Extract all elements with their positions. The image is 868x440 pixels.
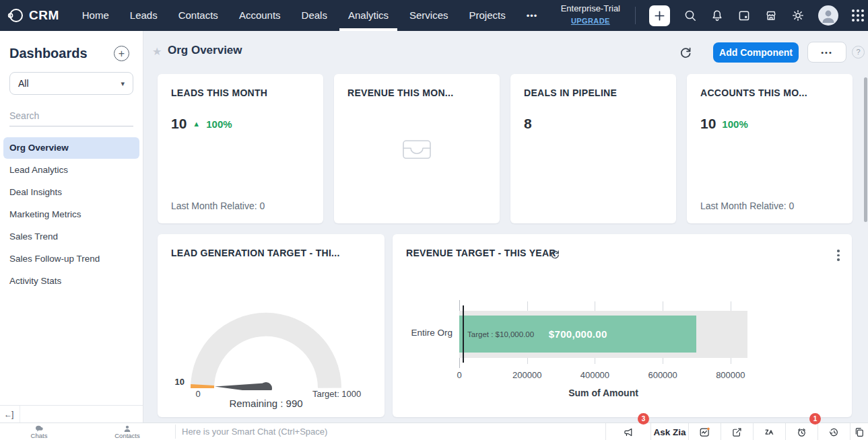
- dashboard-list: Org Overview Lead Analytics Deal Insight…: [0, 137, 143, 292]
- kpi-delta: 100%: [722, 118, 747, 130]
- sidebar-footer-divider: [20, 406, 20, 423]
- sidebar-item-activity-stats[interactable]: Activity Stats: [3, 270, 139, 292]
- sidebar-item-sales-trend[interactable]: Sales Trend: [3, 226, 139, 248]
- plan-name: Enterprise-Trial: [561, 4, 620, 14]
- vertical-scrollbar[interactable]: [864, 77, 867, 222]
- chat-bubble-icon: [35, 425, 43, 432]
- nav-item-accounts[interactable]: Accounts: [239, 0, 281, 31]
- zia-sketch-button[interactable]: [753, 423, 785, 440]
- bar-plot-area: $700,000.00 Target : $10,000.00: [459, 311, 747, 358]
- kpi-footer: Last Month Relative: 0: [700, 200, 794, 211]
- settings-gear-icon[interactable]: [791, 9, 805, 22]
- navbar-left: CRM Home Leads Contacts Accounts Deals A…: [0, 0, 537, 31]
- kpi-value: 10: [700, 116, 716, 132]
- marketplace-store-icon[interactable]: [764, 9, 778, 22]
- x-axis-title: Sum of Amount: [459, 388, 747, 398]
- sidebar-title: Dashboards: [9, 46, 88, 61]
- chevron-down-icon: ▾: [121, 79, 125, 88]
- person-icon: [818, 5, 838, 26]
- dashboard-filter-select[interactable]: All ▾: [9, 72, 133, 95]
- quick-create-button[interactable]: [649, 5, 670, 26]
- recent-items-button[interactable]: [817, 423, 850, 440]
- nav-item-home[interactable]: Home: [82, 0, 109, 31]
- kebab-menu-icon[interactable]: [837, 250, 840, 263]
- sidebar-item-deal-insights[interactable]: Deal Insights: [3, 182, 139, 203]
- sidebar-item-org-overview[interactable]: Org Overview: [3, 137, 139, 159]
- navbar-right: Enterprise-Trial UPGRADE: [561, 0, 864, 31]
- reminders-count-badge: 1: [809, 413, 821, 425]
- contacts-label: Contacts: [114, 432, 140, 439]
- zoho-logo-icon[interactable]: [7, 7, 24, 24]
- nav-more-icon[interactable]: •••: [527, 11, 538, 21]
- search-input[interactable]: [9, 107, 133, 126]
- page-title: Org Overview: [168, 44, 242, 57]
- notifications-bell-icon[interactable]: [710, 9, 724, 22]
- bar-chart-title: REVENUE TARGET - THIS YEAR: [406, 248, 556, 258]
- kpi-value: 8: [524, 116, 532, 132]
- sidebar-item-marketing-metrics[interactable]: Marketing Metrics: [3, 204, 139, 225]
- refresh-component-icon[interactable]: [549, 249, 560, 260]
- kpi-footer: Last Month Relative: 0: [171, 200, 265, 211]
- kpi-card-deals-in-pipeline[interactable]: DEALS IN PIPELINE 8: [510, 74, 676, 223]
- dashboards-sidebar: Dashboards + All ▾ Org Overview Lead Ana…: [0, 31, 143, 423]
- kpi-card-title: LEADS THIS MONTH: [171, 87, 312, 98]
- filter-selected-value: All: [18, 78, 121, 89]
- kpi-card-revenue-this-month[interactable]: REVENUE THIS MON...: [334, 74, 500, 223]
- bottombar-divider: [175, 425, 176, 439]
- user-avatar[interactable]: [818, 5, 838, 26]
- calendar-icon[interactable]: [737, 9, 751, 22]
- nav-item-analytics[interactable]: Analytics: [348, 0, 389, 31]
- main-nav: Home Leads Contacts Accounts Deals Analy…: [82, 0, 538, 31]
- nav-item-deals[interactable]: Deals: [302, 0, 327, 31]
- copy-clipboard-button[interactable]: [850, 423, 868, 440]
- ask-zia-button[interactable]: Ask Zia: [650, 423, 688, 440]
- favorite-star-icon[interactable]: ★: [152, 45, 162, 58]
- kpi-card-leads-this-month[interactable]: LEADS THIS MONTH 10 ▲ 100% Last Month Re…: [158, 74, 323, 223]
- gauge-chart: [160, 289, 382, 390]
- refresh-dashboard-icon[interactable]: [679, 46, 692, 59]
- empty-state-inbox-icon: [401, 139, 432, 160]
- revenue-target-card[interactable]: REVENUE TARGET - THIS YEAR Entire Org $7…: [393, 234, 852, 417]
- sidebar-item-sales-follow-up-trend[interactable]: Sales Follow-up Trend: [3, 248, 139, 270]
- bar-value-label: $700,000.00: [549, 328, 607, 340]
- kpi-card-accounts-this-month[interactable]: ACCOUNTS THIS MO... 10 100% Last Month R…: [687, 74, 853, 223]
- add-dashboard-button[interactable]: +: [114, 46, 129, 61]
- gauge-remaining-label: Remaining : 990: [199, 398, 333, 409]
- pulse-chart-icon: [699, 427, 710, 438]
- brand-name: CRM: [29, 8, 59, 23]
- zia-sketch-icon: [764, 427, 775, 438]
- zia-insights-button[interactable]: [688, 423, 721, 440]
- nav-item-contacts[interactable]: Contacts: [178, 0, 218, 31]
- notes-button[interactable]: [721, 423, 753, 440]
- add-component-button[interactable]: Add Component: [713, 42, 799, 63]
- dashboard-main: ★ Org Overview Add Component ••• ? LEADS…: [143, 31, 868, 423]
- chats-button[interactable]: Chats: [24, 423, 54, 440]
- contacts-button[interactable]: Contacts: [110, 423, 144, 440]
- help-icon[interactable]: ?: [852, 46, 865, 59]
- sidebar-footer: ←]: [0, 405, 143, 423]
- reminders-button[interactable]: [785, 423, 817, 440]
- announcements-button[interactable]: [605, 423, 650, 440]
- plus-icon: [654, 10, 665, 22]
- gauge-value-label: 10: [167, 377, 185, 387]
- search-icon[interactable]: [683, 9, 697, 22]
- apps-grid-icon[interactable]: [852, 9, 864, 22]
- person-icon: [123, 425, 131, 432]
- sidebar-item-lead-analytics[interactable]: Lead Analytics: [3, 159, 139, 181]
- lead-generation-target-card[interactable]: LEAD GENERATION TARGET - THI... 10 0 Tar…: [158, 234, 385, 417]
- collapse-sidebar-icon[interactable]: ←]: [0, 410, 17, 419]
- kpi-card-row: LEADS THIS MONTH 10 ▲ 100% Last Month Re…: [158, 74, 853, 223]
- smart-chat-input[interactable]: [182, 423, 465, 440]
- bar-category-label: Entire Org: [403, 328, 453, 338]
- note-export-icon: [731, 427, 743, 438]
- kpi-card-title: REVENUE THIS MON...: [347, 87, 489, 98]
- x-axis-ticks: 0200000400000600000800000: [459, 370, 747, 381]
- kpi-card-title: DEALS IN PIPELINE: [524, 87, 665, 98]
- upgrade-link[interactable]: UPGRADE: [571, 17, 610, 25]
- dashboard-more-button[interactable]: •••: [807, 42, 846, 63]
- history-clock-icon: [828, 427, 840, 438]
- nav-item-projects[interactable]: Projects: [469, 0, 506, 31]
- nav-item-leads[interactable]: Leads: [130, 0, 158, 31]
- nav-item-services[interactable]: Services: [409, 0, 448, 31]
- alarm-clock-icon: [796, 427, 807, 438]
